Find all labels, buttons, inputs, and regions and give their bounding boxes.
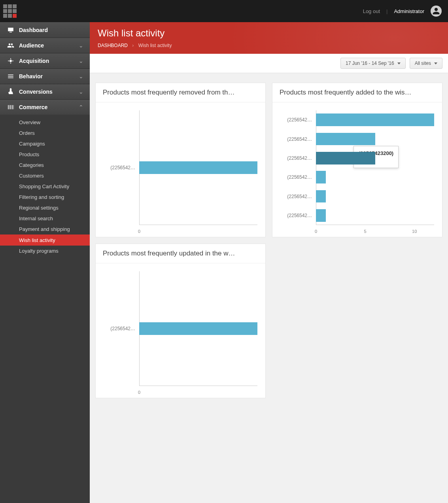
sidebar-item-conversions[interactable]: Conversions ⌄ [0,84,90,99]
card-removed: Products most frequently removed from th… [95,83,266,237]
card-title: Products most frequently added to the wi… [272,83,442,102]
card-title: Products most frequently removed from th… [96,83,265,102]
sidebar-item-behavior[interactable]: Behavior ⌄ [0,68,90,84]
sub-item-categories[interactable]: Categories [0,160,90,170]
people-icon [6,42,15,49]
chart-x-tick: 5 [364,229,367,234]
target-icon [6,57,15,64]
card-added: Products most frequently added to the wi… [272,83,442,237]
chart-added: (22565423200) 6 (2256542…(2256542…(22565… [272,102,442,237]
axis-x [139,225,257,225]
site-picker-label: All sites [415,61,431,66]
chart-removed: (2256542…0 [96,102,265,237]
sidebar-item-label: Audience [19,42,79,49]
chart-x-tick: 0 [138,229,140,234]
chevron-up-icon: ⌃ [79,104,83,110]
page-title: Wish list activity [98,28,440,39]
sidebar-item-label: Dashboard [19,27,83,33]
barcode-icon [6,104,15,111]
sub-item-wishlist[interactable]: Wish list activity [0,234,90,246]
toolbar: 17 Jun '16 - 14 Sep '16 All sites [90,54,448,73]
sidebar-item-audience[interactable]: Audience ⌄ [0,38,90,53]
sidebar-item-commerce[interactable]: Commerce ⌃ [0,99,90,115]
sidebar-item-label: Commerce [19,104,79,110]
sub-item-overview[interactable]: Overview [0,117,90,128]
sub-item-cart[interactable]: Shopping Cart Activity [0,181,90,192]
card-title: Products most frequently updated in the … [96,244,265,263]
axis-x [139,386,257,386]
chart-y-label: (2256542… [100,326,135,331]
sidebar-item-label: Conversions [19,89,79,95]
breadcrumb: DASHBOARD › Wish list activity [98,43,440,48]
app-logo[interactable] [3,4,17,18]
chart-bar[interactable] [316,152,375,164]
chart-y-label: (2256542… [100,165,135,170]
chart-updated: (2256542…0 [96,263,265,398]
chart-bar[interactable] [316,209,326,221]
site-picker[interactable]: All sites [410,58,442,69]
sub-item-orders[interactable]: Orders [0,128,90,138]
axis-y [316,110,316,225]
sidebar-item-dashboard[interactable]: Dashboard [0,22,90,38]
chart-y-label: (2256542… [276,117,312,123]
sidebar-item-label: Behavior [19,73,79,79]
sub-item-loyalty[interactable]: Loyalty programs [0,246,90,256]
crumb-root[interactable]: DASHBOARD [98,43,128,48]
chart-bar[interactable] [316,133,375,145]
topbar: Log out | Administrator [0,0,448,22]
crumb-leaf: Wish list activity [138,43,172,48]
chevron-down-icon: ⌄ [79,89,83,95]
chart-x-tick: 0 [138,390,140,395]
divider: | [386,8,388,14]
chevron-down-icon: ⌄ [79,73,83,79]
chart-y-label: (2256542… [276,174,312,180]
chart-y-label: (2256542… [276,136,312,142]
chart-bar[interactable] [316,190,326,202]
chevron-right-icon: › [132,43,134,48]
axis-x [316,225,434,225]
sub-item-search[interactable]: Internal search [0,213,90,224]
caret-down-icon [434,62,437,64]
user-name[interactable]: Administrator [394,8,424,14]
date-range-picker[interactable]: 17 Jun '16 - 14 Sep '16 [340,58,406,69]
chart-x-tick: 0 [315,229,317,234]
sub-item-campaigns[interactable]: Campaigns [0,138,90,149]
chart-y-label: (2256542… [276,155,312,161]
date-range-label: 17 Jun '16 - 14 Sep '16 [346,61,394,66]
chart-y-label: (2256542… [276,194,312,199]
chevron-down-icon: ⌄ [79,58,83,64]
chart-bar[interactable] [139,322,257,335]
sub-item-customers[interactable]: Customers [0,170,90,181]
sidebar-item-label: Acquisition [19,58,79,64]
chart-bar[interactable] [316,171,326,183]
sub-item-filtering[interactable]: Filtering and sorting [0,192,90,202]
sub-item-products[interactable]: Products [0,149,90,160]
main-content: Wish list activity DASHBOARD › Wish list… [90,22,448,503]
sidebar-item-acquisition[interactable]: Acquisition ⌄ [0,53,90,68]
chart-bar[interactable] [139,161,257,174]
chart-bar[interactable] [316,113,434,126]
avatar-icon[interactable] [431,6,442,17]
chart-y-label: (2256542… [276,213,312,218]
caret-down-icon [397,62,401,64]
sidebar: Dashboard Audience ⌄ Acquisition ⌄ Behav… [0,22,90,503]
monitor-icon [6,26,15,34]
sub-item-payment[interactable]: Payment and shipping [0,224,90,234]
card-updated: Products most frequently updated in the … [95,244,266,398]
chart-x-tick: 10 [412,229,417,234]
chevron-down-icon: ⌄ [79,42,83,49]
commerce-submenu: Overview Orders Campaigns Products Categ… [0,115,90,259]
page-header: Wish list activity DASHBOARD › Wish list… [90,22,448,54]
tap-icon [6,88,15,95]
sub-item-regional[interactable]: Regional settings [0,202,90,213]
logout-link[interactable]: Log out [363,8,380,14]
sliders-icon [6,73,15,80]
